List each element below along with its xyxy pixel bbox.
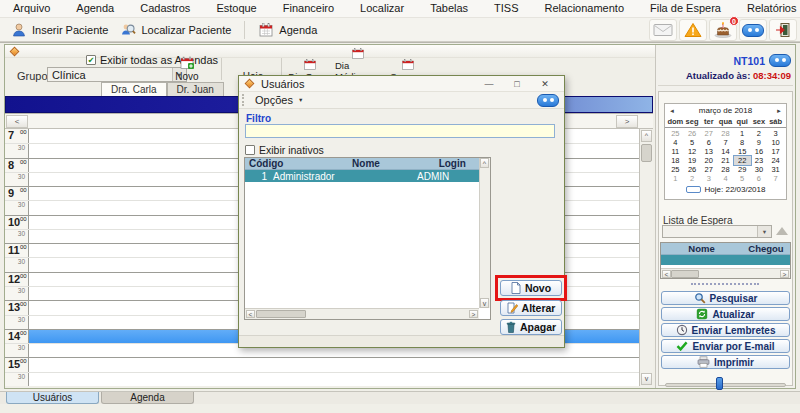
options-menu-button[interactable]: Opções ▼ <box>249 93 309 107</box>
mail-button[interactable] <box>649 19 677 41</box>
doctor-tab-dr-juan[interactable]: Dr. Juan <box>167 82 224 96</box>
close-icon[interactable]: ✕ <box>538 78 552 90</box>
messages-button[interactable] <box>739 19 767 41</box>
scroll-up-icon[interactable]: ^ <box>480 158 489 168</box>
scroll-left-icon[interactable]: < <box>6 115 28 128</box>
calendar-day[interactable]: 21 <box>717 156 734 165</box>
calendar-day[interactable]: 7 <box>767 174 784 183</box>
exit-button[interactable] <box>769 19 797 41</box>
calendar-day[interactable]: 10 <box>767 138 784 147</box>
timeslot-15-30[interactable] <box>29 373 639 386</box>
calendar-day[interactable]: 25 <box>667 165 684 174</box>
calendar-day[interactable]: 29 <box>734 165 751 174</box>
calendar-next-icon[interactable]: ► <box>776 108 782 114</box>
calendar-day[interactable]: 6 <box>751 174 768 183</box>
calendar-day[interactable]: 30 <box>751 165 768 174</box>
agenda-vertical-scrollbar[interactable]: ^ v <box>639 129 653 386</box>
scroll-left-icon[interactable]: < <box>246 310 255 318</box>
calendar-selected-day[interactable]: 22 <box>734 156 751 165</box>
locate-patient-button[interactable]: Localizar Paciente <box>114 20 237 40</box>
scrollbar-thumb[interactable] <box>641 144 652 162</box>
calendar-day[interactable]: 11 <box>667 147 684 156</box>
agenda-button[interactable]: Agenda <box>252 20 323 40</box>
slider-thumb[interactable] <box>716 377 723 390</box>
calendar-day[interactable]: 19 <box>684 156 701 165</box>
menu-item-cadastros[interactable]: Cadastros <box>127 0 203 17</box>
calendar-day[interactable]: 20 <box>700 156 717 165</box>
scroll-right-icon[interactable]: > <box>469 310 478 318</box>
new-user-button[interactable]: Novo <box>500 280 562 296</box>
insert-patient-button[interactable]: Inserir Paciente <box>5 20 114 40</box>
calendar-day[interactable]: 23 <box>751 156 768 165</box>
user-row-administrador[interactable]: 1AdministradorADMIN <box>245 170 479 182</box>
calendar-day[interactable]: 26 <box>684 165 701 174</box>
pesquisar-button[interactable]: Pesquisar <box>661 291 790 305</box>
waitlist-select[interactable]: ▼ <box>662 225 772 238</box>
calendar-day[interactable]: 13 <box>700 147 717 156</box>
calendar-day[interactable]: 2 <box>751 129 768 138</box>
enviar-lembretes-button[interactable]: Enviar Lembretes <box>661 323 790 337</box>
new-appointment-button[interactable]: Novo <box>163 56 211 82</box>
calendar-day[interactable]: 14 <box>717 147 734 156</box>
calendar-day[interactable]: 28 <box>717 129 734 138</box>
window-tab-agenda[interactable]: Agenda <box>101 392 194 404</box>
delete-user-button[interactable]: Apagar <box>500 319 562 335</box>
calendar-day[interactable]: 1 <box>734 129 751 138</box>
menu-item-tabelas[interactable]: Tabelas <box>417 0 481 17</box>
show-inactive-checkbox[interactable]: Exibir inativos <box>245 144 324 156</box>
menu-item-agenda[interactable]: Agenda <box>63 0 127 17</box>
calendar-day[interactable]: 1 <box>667 174 684 183</box>
menu-item-fila-de-espera[interactable]: Fila de Espera <box>637 0 734 17</box>
calendar-day[interactable]: 15 <box>734 147 751 156</box>
menu-item-localizar[interactable]: Localizar <box>347 0 417 17</box>
calendar-day[interactable]: 6 <box>700 138 717 147</box>
menu-item-arquivo[interactable]: Arquivo <box>0 0 63 17</box>
timeslot-15-00[interactable] <box>29 358 639 371</box>
menu-item-estoque[interactable]: Estoque <box>203 0 269 17</box>
calendar-prev-icon[interactable]: ◄ <box>669 108 675 114</box>
edit-user-button[interactable]: Alterar <box>500 300 562 316</box>
minimize-icon[interactable]: — <box>482 78 496 90</box>
calendar-day[interactable]: 4 <box>717 174 734 183</box>
people-chat-icon[interactable] <box>769 54 791 67</box>
calendar-day[interactable]: 9 <box>751 138 768 147</box>
calendar-day[interactable]: 5 <box>734 174 751 183</box>
maximize-icon[interactable]: □ <box>510 78 524 90</box>
calendar-day[interactable]: 18 <box>667 156 684 165</box>
collapse-triangle-icon[interactable] <box>776 227 788 235</box>
enviar-por-e-mail-button[interactable]: Enviar por E-mail <box>661 339 790 353</box>
waitlist-empty-row[interactable] <box>661 255 790 265</box>
calendar-day[interactable]: 17 <box>767 147 784 156</box>
doctor-tab-dra-carla[interactable]: Dra. Carla <box>101 82 167 96</box>
calendar-day[interactable]: 4 <box>667 138 684 147</box>
calendar-day[interactable]: 27 <box>700 129 717 138</box>
calendar-day[interactable]: 8 <box>734 138 751 147</box>
filter-input[interactable] <box>245 124 555 138</box>
calendar-day[interactable]: 3 <box>700 174 717 183</box>
menu-item-tiss[interactable]: TISS <box>481 0 531 17</box>
scroll-down-icon[interactable]: v <box>480 298 489 308</box>
calendar-day[interactable]: 12 <box>684 147 701 156</box>
alerts-button[interactable] <box>679 19 707 41</box>
calendar-day[interactable]: 2 <box>684 174 701 183</box>
menu-item-relacionamento[interactable]: Relacionamento <box>532 0 638 17</box>
birthdays-button[interactable]: 0 <box>709 19 737 41</box>
menu-item-relat-rios[interactable]: Relatórios <box>734 0 800 17</box>
calendar-day[interactable]: 25 <box>667 129 684 138</box>
people-chat-icon[interactable] <box>537 94 559 107</box>
scroll-right-icon[interactable]: > <box>780 270 789 278</box>
imprimir-button[interactable]: Imprimir <box>661 355 790 369</box>
calendar-day[interactable]: 3 <box>767 129 784 138</box>
calendar-day[interactable]: 24 <box>767 156 784 165</box>
scroll-left-icon[interactable]: < <box>662 270 671 278</box>
window-tab-usu-rios[interactable]: Usuários <box>6 392 99 404</box>
scroll-down-icon[interactable]: v <box>641 373 652 385</box>
calendar-day[interactable]: 16 <box>751 147 768 156</box>
scroll-right-icon[interactable]: > <box>616 115 638 128</box>
panel-splitter-handle[interactable] <box>691 283 759 287</box>
scroll-up-icon[interactable]: ^ <box>641 130 652 142</box>
calendar-day[interactable]: 31 <box>767 165 784 174</box>
zoom-slider[interactable] <box>665 377 786 391</box>
calendar-day[interactable]: 7 <box>717 138 734 147</box>
calendar-day[interactable]: 5 <box>684 138 701 147</box>
